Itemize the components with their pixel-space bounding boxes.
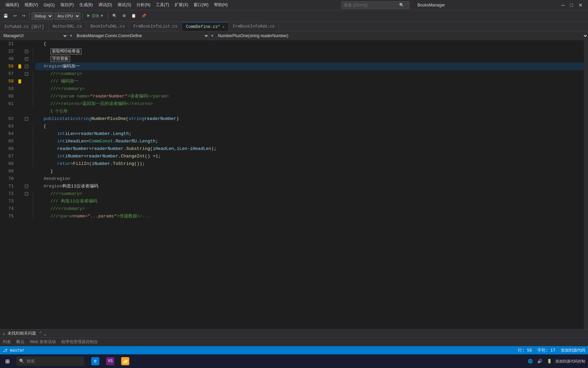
taskbar-edge[interactable]: e: [88, 355, 102, 367]
collapsed-region-22[interactable]: 获取MD5哈希值: [50, 48, 82, 55]
fold-73: [23, 198, 30, 205]
menu-analyze[interactable]: 分析(N): [134, 2, 153, 8]
tab-commdefine[interactable]: CommDefine.cs* ✕: [182, 22, 229, 31]
bottom-tab-list[interactable]: 列表: [3, 338, 11, 347]
tab-label: FrmBookInfoAdd.cs: [233, 24, 274, 29]
fold-icon-72[interactable]: −: [25, 192, 28, 196]
start-button[interactable]: ▶ 启动 ▼: [85, 12, 106, 20]
tab-bookinfodal[interactable]: BookInfoDAL.cs: [86, 22, 129, 31]
taskbar-explorer[interactable]: 📁: [118, 355, 132, 367]
menu-project[interactable]: 项目(P): [58, 2, 77, 8]
menu-build[interactable]: 生成(B): [77, 2, 96, 8]
ind-56: [16, 63, 23, 70]
search-box[interactable]: 🔍: [341, 1, 409, 9]
status-add-source[interactable]: 添加到源代码: [561, 348, 585, 353]
cpu-select[interactable]: Any CPU: [54, 12, 80, 20]
ref-count-text[interactable]: 1 个引用: [50, 108, 67, 115]
tab-close-icon[interactable]: ✕: [222, 25, 224, 29]
punct-62b: ): [176, 115, 179, 123]
fold-40[interactable]: +: [23, 55, 30, 63]
dot-64: .: [110, 130, 113, 138]
fold-62[interactable]: −: [23, 115, 30, 123]
fold-icon-56[interactable]: −: [25, 65, 28, 68]
vl-75: [33, 213, 35, 220]
assign-66: =: [89, 145, 92, 153]
xmltag-75: <param: [58, 213, 74, 220]
kw-return: return: [57, 160, 73, 168]
code-line-75: /// <param name="...params">传递数据</...: [35, 213, 584, 220]
fold-icon-57[interactable]: −: [25, 72, 28, 76]
tray-volume[interactable]: 🔊: [536, 358, 543, 365]
namespace-select[interactable]: ManagerUI: [0, 31, 68, 40]
window-maximize[interactable]: □: [568, 2, 576, 8]
vl-21: [30, 40, 35, 48]
menu-extend[interactable]: 扩展(X): [172, 2, 191, 8]
bottom-tab-breakpoints[interactable]: 断点: [16, 338, 24, 347]
fold-icon-40[interactable]: +: [25, 57, 28, 61]
menu-test[interactable]: 测试(S): [115, 2, 134, 8]
collapsed-region-40[interactable]: 字符替换: [50, 56, 70, 62]
fold-71[interactable]: −: [23, 183, 30, 190]
windows-icon: ⊞: [5, 357, 10, 366]
toolbar-btn1[interactable]: 🔍: [110, 12, 119, 20]
tab-authordal[interactable]: AuthorDAL.cs: [49, 22, 86, 31]
line-num-40: 40: [0, 55, 16, 63]
window-close[interactable]: ✕: [576, 2, 585, 8]
fold-icon-62[interactable]: −: [25, 117, 28, 121]
xmldoc-59: ///: [50, 85, 58, 93]
tab-infoadd-design[interactable]: InfoAdd.cs [设计]: [0, 22, 49, 31]
status-branch[interactable]: ⎇ master: [3, 348, 24, 353]
fold-74: [23, 205, 30, 213]
toolbar-redo[interactable]: ↪: [20, 12, 27, 20]
code-line-21: {: [35, 40, 584, 48]
method-select[interactable]: NumberPlusOne(string readerNumber): [214, 31, 588, 40]
fold-75: [23, 213, 30, 220]
fold-56[interactable]: −: [23, 63, 30, 70]
ind-66: [16, 145, 23, 153]
ind-21: [16, 40, 23, 48]
tab-frmbookinfoadd[interactable]: FrmBookInfoAdd.cs: [229, 22, 279, 31]
tray-battery[interactable]: 🔋: [546, 358, 553, 365]
toolbar-save[interactable]: 💾: [1, 12, 10, 20]
fold-icon-22[interactable]: +: [25, 50, 28, 53]
fold-57[interactable]: −: [23, 70, 30, 78]
menu-edit[interactable]: 编辑(E): [3, 2, 22, 8]
menu-debug[interactable]: 调试(D): [96, 2, 115, 8]
menu-git[interactable]: Git(G): [41, 3, 58, 7]
warning-arrow[interactable]: ⌃: [39, 330, 42, 337]
menu-window[interactable]: 窗口(W): [191, 2, 211, 8]
menu-tools[interactable]: 工具(T): [153, 2, 172, 8]
toolbar-btn4[interactable]: 📌: [140, 12, 148, 20]
code-line-65: int iHeadLen = CommConst.ReaderRU.Length…: [35, 138, 584, 145]
class-select[interactable]: BooksManager.Comm.CommDefine: [73, 31, 209, 40]
fold-icon-71[interactable]: −: [25, 185, 28, 188]
status-bar-right: 行: 56 字符: 17 添加到源代码: [518, 348, 585, 353]
toolbar-undo[interactable]: ↩: [12, 12, 19, 20]
toolbar-btn2[interactable]: ⚙: [120, 12, 128, 20]
debug-mode-select[interactable]: Debug: [32, 12, 53, 20]
tray-network[interactable]: 🌐: [527, 358, 534, 365]
menu-view[interactable]: 视图(V): [22, 2, 41, 8]
code-line-56: #region 编码加一: [35, 63, 584, 70]
vertical-scrollbar[interactable]: [584, 40, 588, 329]
fold-72[interactable]: −: [23, 190, 30, 198]
menu-help[interactable]: 帮助(H): [211, 2, 231, 8]
taskbar-vs[interactable]: VS: [103, 355, 117, 367]
taskbar-start[interactable]: ⊞: [3, 355, 12, 367]
search-input[interactable]: [344, 3, 396, 7]
warning-text: 未找到相关问题: [7, 331, 36, 336]
taskbar-search[interactable]: 🔍 搜索: [14, 355, 87, 367]
line-num-64: 64: [0, 130, 16, 138]
code-editor[interactable]: { 获取MD5哈希值 字符替换 #region 编码加一 /// <summar…: [35, 40, 584, 329]
var-iheadlen: iHeadLen: [65, 138, 86, 145]
editor-area: 21 22 40 56 57 58 59 60 61 62 63 64 65 6…: [0, 40, 588, 329]
taskbar-search-box[interactable]: 🔍 搜索: [16, 356, 84, 366]
tab-frmbookinfolist[interactable]: FrmBookInfoList.cs: [129, 22, 182, 31]
bottom-tab-web-publish[interactable]: Web 发布活动: [30, 338, 56, 347]
warning-arrow-down[interactable]: ⌄: [43, 330, 47, 337]
fold-22[interactable]: +: [23, 48, 30, 55]
bottom-tab-package-manager[interactable]: 程序包管理器控制台: [61, 338, 98, 347]
window-minimize[interactable]: ─: [559, 2, 568, 8]
xmldoc-75b: 传递数据: [119, 213, 137, 220]
toolbar-btn3[interactable]: 📋: [129, 12, 138, 20]
